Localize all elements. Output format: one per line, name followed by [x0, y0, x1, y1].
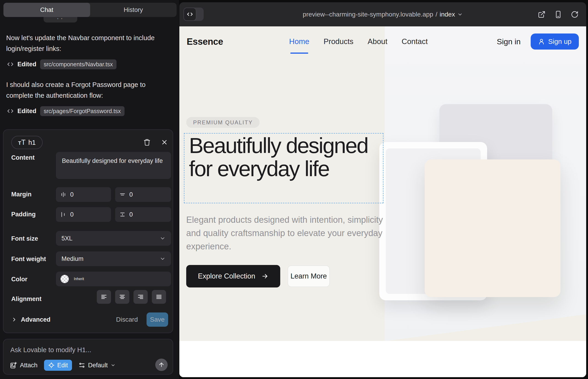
file-chip[interactable]: src/components/Navbar.tsx [40, 59, 117, 69]
user-icon [538, 38, 545, 45]
font-weight-select[interactable]: Medium [56, 252, 171, 266]
font-size-select[interactable]: 5XL [56, 231, 171, 246]
edited-file-row: Edited src/components/Navbar.tsx [7, 59, 117, 69]
edited-file-row: Edited src/pages/ForgotPassword.tsx [7, 106, 124, 116]
edit-label: Edit [57, 362, 68, 369]
sign-up-button[interactable]: Sign up [531, 33, 579, 49]
explore-collection-button[interactable]: Explore Collection [186, 265, 280, 287]
color-swatch [61, 275, 69, 283]
chevron-down-icon [110, 363, 116, 368]
margin-y-input[interactable]: 0 [115, 187, 171, 202]
edited-label: Edited [17, 108, 36, 115]
active-nav-underline [290, 52, 308, 54]
font-size-label: Font size [11, 235, 38, 242]
chevron-right-icon [11, 316, 17, 323]
url-domain: preview--charming-site-symphony.lovable.… [303, 11, 433, 18]
hero-paragraph: Elegant products designed with intention… [186, 213, 388, 253]
trash-icon [143, 139, 151, 146]
open-in-new-tab-button[interactable] [537, 10, 546, 19]
chevron-down-icon [160, 235, 166, 241]
arrow-right-icon [261, 272, 269, 280]
padding-label: Padding [11, 211, 36, 218]
delete-element-button[interactable] [142, 137, 152, 147]
alignment-label: Alignment [11, 296, 42, 303]
preview-window: preview--charming-site-symphony.lovable.… [179, 2, 586, 377]
chat-history-tabbar: Chat History [3, 3, 177, 17]
font-size-value: 5XL [62, 235, 160, 242]
lovable-builder: Chat History ·· Now let's update the Nav… [0, 0, 588, 379]
content-label: Content [11, 154, 35, 161]
arrow-up-icon [158, 362, 165, 368]
close-icon [161, 139, 168, 146]
attach-label: Attach [20, 362, 38, 369]
attach-button[interactable]: Attach [10, 362, 38, 369]
padding-horizontal-icon [60, 211, 66, 218]
site-navbar: Essence Home Products About Contact Sign… [179, 26, 586, 57]
align-center-button[interactable] [115, 290, 129, 304]
selected-h1-outline[interactable]: Beautifully designed for everyday life [184, 133, 384, 203]
margin-y-value: 0 [129, 191, 133, 198]
tag-name: h1 [28, 139, 35, 146]
assistant-message: I should also create a Forgot Password p… [6, 79, 168, 101]
align-right-icon [137, 293, 144, 300]
preview-header: preview--charming-site-symphony.lovable.… [179, 2, 586, 26]
code-icon [7, 108, 14, 114]
save-button[interactable]: Save [147, 313, 168, 327]
ellipsis-dots: ·· [56, 17, 64, 22]
nav-item-products[interactable]: Products [324, 37, 353, 46]
align-right-button[interactable] [134, 290, 148, 304]
margin-row: 0 0 [56, 187, 171, 202]
tab-chat[interactable]: Chat [3, 3, 90, 17]
default-label: Default [88, 362, 108, 369]
site-logo[interactable]: Essence [187, 36, 223, 47]
chevron-down-icon [160, 256, 166, 262]
mobile-view-button[interactable] [554, 10, 563, 19]
padding-y-input[interactable]: 0 [115, 207, 171, 222]
margin-vertical-icon [119, 191, 126, 198]
margin-horizontal-icon [60, 191, 66, 198]
nav-item-contact[interactable]: Contact [402, 37, 428, 46]
alignment-buttons [97, 290, 166, 304]
nav-item-about[interactable]: About [368, 37, 387, 46]
send-button[interactable] [155, 359, 168, 371]
align-center-icon [119, 293, 126, 300]
sliders-icon [78, 362, 85, 369]
external-link-icon [538, 11, 546, 18]
learn-more-button[interactable]: Learn More [288, 266, 330, 287]
margin-x-value: 0 [70, 191, 74, 198]
discard-button[interactable]: Discard [116, 316, 138, 323]
code-icon [7, 61, 14, 68]
color-select[interactable]: Inherit [56, 272, 171, 286]
tab-history[interactable]: History [90, 3, 177, 17]
font-weight-label: Font weight [11, 255, 46, 263]
align-justify-icon [155, 293, 162, 300]
preview-url-dropdown[interactable]: preview--charming-site-symphony.lovable.… [179, 2, 586, 26]
edit-mode-button[interactable]: Edit [44, 360, 72, 371]
site-nav-links: Home Products About Contact [289, 37, 428, 46]
type-icon: TT [18, 138, 25, 147]
align-justify-button[interactable] [152, 290, 166, 304]
url-page: index [440, 11, 455, 18]
composer-input[interactable] [10, 345, 166, 355]
color-label: Color [11, 276, 28, 283]
site-preview: Essence Home Products About Contact Sign… [179, 26, 586, 377]
refresh-button[interactable] [570, 10, 579, 19]
file-chip[interactable]: src/pages/ForgotPassword.tsx [40, 106, 124, 116]
margin-x-input[interactable]: 0 [56, 187, 111, 202]
hero-heading: Beautifully designed for everyday life [184, 134, 383, 180]
chat-panel: Chat History ·· Now let's update the Nav… [0, 0, 179, 379]
composer-toolbar: Attach Edit Default [10, 360, 116, 371]
preview-actions [537, 2, 579, 26]
align-left-button[interactable] [97, 290, 111, 304]
close-editor-button[interactable] [159, 137, 170, 147]
explore-collection-label: Explore Collection [198, 272, 255, 280]
sign-in-link[interactable]: Sign in [497, 37, 521, 46]
content-field[interactable]: Beautifully designed for everyday life [56, 152, 171, 179]
element-editor-panel: TT h1 Content Beautifully designed for e… [3, 129, 173, 333]
chevron-down-icon [457, 12, 463, 17]
smartphone-icon [554, 11, 562, 18]
advanced-toggle[interactable]: Advanced [11, 316, 50, 323]
padding-x-input[interactable]: 0 [56, 207, 111, 222]
default-mode-button[interactable]: Default [78, 362, 116, 369]
nav-item-home[interactable]: Home [289, 37, 309, 46]
